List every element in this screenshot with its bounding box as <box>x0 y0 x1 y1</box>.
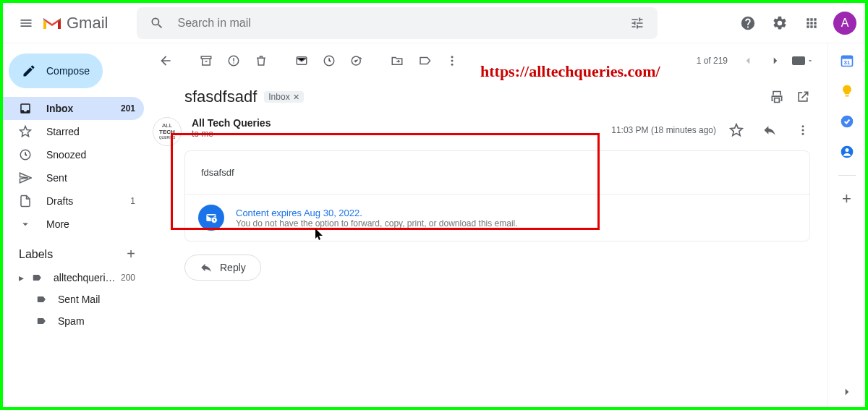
gmail-logo[interactable]: Gmail <box>42 14 108 33</box>
input-tool-button[interactable] <box>790 48 816 74</box>
message-more-button[interactable] <box>790 117 816 143</box>
svg-rect-15 <box>841 56 852 59</box>
chevron-right-icon <box>841 385 854 398</box>
nav-more[interactable]: More <box>3 213 144 236</box>
confidential-clock-icon <box>204 210 218 225</box>
reply-icon <box>762 123 777 137</box>
svg-point-19 <box>845 148 848 152</box>
nav-snoozed[interactable]: Snoozed <box>3 143 144 166</box>
label-outline-icon <box>418 54 431 67</box>
account-avatar[interactable]: A <box>833 12 856 35</box>
gmail-m-icon <box>42 15 62 31</box>
header-right: A <box>733 9 856 38</box>
report-spam-button[interactable] <box>221 48 247 74</box>
snooze-button[interactable] <box>316 48 342 74</box>
compose-button[interactable]: Compose <box>9 54 103 88</box>
search-input[interactable] <box>171 17 623 30</box>
confidential-note: You do not have the option to forward, c… <box>236 218 518 229</box>
svg-point-6 <box>451 56 454 58</box>
draft-icon <box>19 195 32 208</box>
open-in-new-icon <box>796 90 810 104</box>
clock-icon <box>19 148 32 161</box>
nav-drafts[interactable]: Drafts 1 <box>3 189 144 213</box>
search-box[interactable] <box>137 7 658 39</box>
chevron-down-icon <box>19 218 32 231</box>
apps-grid-icon <box>804 16 819 30</box>
labels-title: Labels <box>19 248 53 261</box>
dropdown-icon <box>807 57 814 64</box>
search-container <box>137 7 658 39</box>
settings-button[interactable] <box>765 9 794 38</box>
svg-point-8 <box>451 64 454 66</box>
conversation-pane: 1 of 219 sfasdfsadf Inbox ✕ <box>144 43 827 407</box>
help-icon <box>740 15 756 31</box>
tune-icon <box>630 16 644 30</box>
star-outline-icon <box>729 123 744 137</box>
search-icon-button[interactable] <box>142 9 171 38</box>
archive-button[interactable] <box>193 48 219 74</box>
mark-unread-button[interactable] <box>289 48 315 74</box>
add-to-tasks-button[interactable] <box>344 48 370 74</box>
nav-starred[interactable]: Starred <box>3 120 144 143</box>
send-icon <box>19 171 32 184</box>
newer-button[interactable] <box>735 48 761 74</box>
back-button[interactable] <box>153 48 179 74</box>
svg-point-7 <box>451 60 454 62</box>
message-body-text: fdsafsdf <box>185 151 809 194</box>
nav-label: Inbox <box>46 103 73 114</box>
reply-button[interactable]: Reply <box>184 255 261 281</box>
chevron-right-icon <box>769 54 782 67</box>
older-button[interactable] <box>762 48 788 74</box>
get-addons-button[interactable]: + <box>840 192 854 206</box>
sender-recipients[interactable]: to me <box>192 129 271 139</box>
nav-count: 201 <box>121 103 135 114</box>
calendar-app-button[interactable]: 31 <box>840 54 854 68</box>
confidential-mode-banner: Content expires Aug 30, 2022. You do not… <box>185 194 809 241</box>
more-actions-button[interactable] <box>439 48 465 74</box>
confidential-title: Content expires Aug 30, 2022. <box>236 208 518 218</box>
star-message-button[interactable] <box>723 117 749 143</box>
task-check-icon <box>350 54 363 67</box>
message-subject: sfasdfsadf <box>184 87 257 106</box>
labels-button[interactable] <box>412 48 438 74</box>
label-sent-mail[interactable]: Sent Mail <box>3 289 144 310</box>
caret-right-icon[interactable]: ▸ <box>19 272 30 283</box>
labels-header: Labels + <box>3 236 144 267</box>
search-options-button[interactable] <box>623 9 652 38</box>
move-to-button[interactable] <box>384 48 410 74</box>
label-icon <box>36 316 46 326</box>
trash-icon <box>255 54 268 67</box>
chevron-left-icon <box>741 54 754 67</box>
keyboard-icon <box>792 56 805 65</box>
contacts-app-button[interactable] <box>840 145 854 159</box>
star-icon <box>19 125 32 138</box>
print-button[interactable] <box>764 84 790 110</box>
delete-button[interactable] <box>248 48 274 74</box>
hide-panel-button[interactable] <box>841 385 854 398</box>
tasks-app-button[interactable] <box>840 114 854 129</box>
sender-avatar[interactable]: ALL TECH QUERIES <box>153 117 182 146</box>
compose-label: Compose <box>46 65 90 77</box>
nav-sent[interactable]: Sent <box>3 166 144 189</box>
chip-remove-icon[interactable]: ✕ <box>293 93 299 102</box>
svg-point-10 <box>802 129 804 132</box>
reply-icon-button[interactable] <box>757 117 783 143</box>
label-alltechqueries[interactable]: ▸ alltechqueries@... 200 <box>3 267 144 289</box>
dropdown-icon <box>216 130 224 137</box>
nav-inbox[interactable]: Inbox 201 <box>3 97 144 120</box>
message-body-card: fdsafsdf Content expires Aug 30, 2022. Y… <box>184 150 810 242</box>
keep-app-button[interactable] <box>840 84 854 98</box>
sidebar: Compose Inbox 201 Starred Snoozed Sent <box>3 43 144 407</box>
support-button[interactable] <box>733 9 762 38</box>
label-spam[interactable]: Spam <box>3 310 144 332</box>
open-new-window-button[interactable] <box>790 84 816 110</box>
gmail-logo-text: Gmail <box>67 14 108 33</box>
add-label-button[interactable]: + <box>127 246 135 262</box>
category-chip[interactable]: Inbox ✕ <box>264 91 303 103</box>
apps-button[interactable] <box>797 9 826 38</box>
main-menu-button[interactable] <box>12 9 41 38</box>
nav-label: Starred <box>46 126 80 137</box>
label-text: Spam <box>58 315 85 327</box>
nav-label: More <box>46 218 69 230</box>
svg-point-11 <box>802 133 804 135</box>
